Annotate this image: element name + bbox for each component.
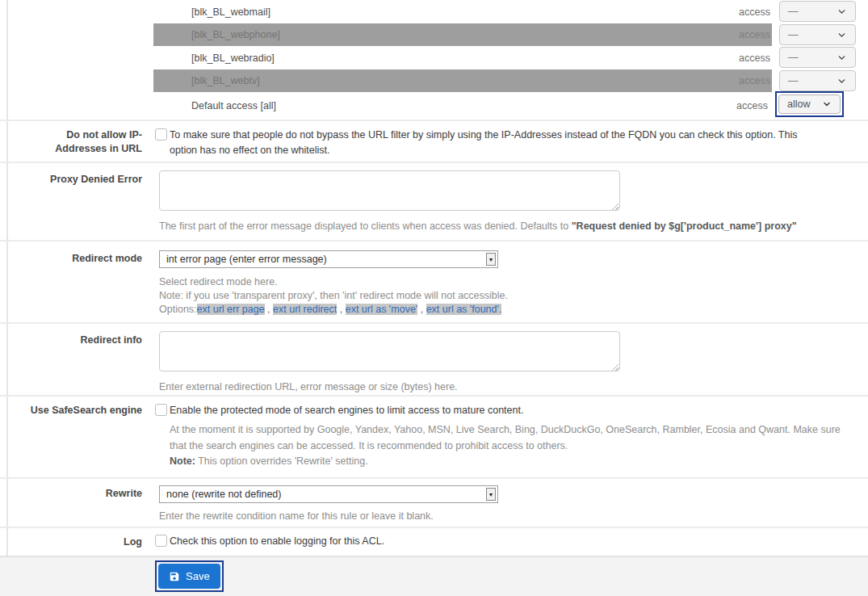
access-dropdown-webmail[interactable]: — xyxy=(779,1,856,22)
rule-label: [blk_BL_webmail] xyxy=(191,6,270,18)
section-rewrite: Rewrite none (rewrite not defined) ▼ Ent… xyxy=(0,477,868,527)
access-row-webphone: [blk_BL_webphone] access — xyxy=(0,23,868,46)
option-separator: , xyxy=(337,304,345,315)
field-label-proxy-denied-error: Proxy Denied Error xyxy=(0,163,142,240)
field-label-log: Log xyxy=(0,528,142,556)
option-separator: , xyxy=(417,304,426,315)
access-row-webradio: [blk_BL_webradio] access — xyxy=(0,46,868,69)
proxy-denied-error-textarea[interactable] xyxy=(159,170,620,211)
section-log: Log Check this option to enable logging … xyxy=(0,527,868,556)
field-label-safesearch: Use SafeSearch engine xyxy=(0,397,142,477)
redirect-mode-options-line: Options:ext url err page , ext url redir… xyxy=(159,303,868,317)
field-label-redirect-info: Redirect info xyxy=(0,324,142,395)
chevron-down-icon xyxy=(837,6,847,17)
field-label-rewrite: Rewrite xyxy=(0,479,142,527)
access-dropdown-webtv[interactable]: — xyxy=(779,70,856,91)
access-dropdown-webradio[interactable]: — xyxy=(779,47,856,68)
safesearch-note: Note: This option overrides 'Rewrite' se… xyxy=(170,454,868,470)
log-checkbox[interactable] xyxy=(155,535,167,547)
access-dropdown-value: — xyxy=(788,29,799,40)
section-redirect-info: Redirect info Enter external redirection… xyxy=(0,322,868,395)
field-label-redirect-mode: Redirect mode xyxy=(0,241,142,322)
option-link-ext-url-err-page[interactable]: ext url err page xyxy=(197,304,265,315)
rewrite-select[interactable]: none (rewrite not defined) ▼ xyxy=(159,485,498,503)
field-label-line2: Addresses in URL xyxy=(0,142,142,156)
access-dropdown-value: allow xyxy=(787,99,811,110)
note-text: This option overrides 'Rewrite' setting. xyxy=(195,455,368,467)
field-label-line1: Do not allow IP- xyxy=(0,128,142,142)
redirect-info-textarea[interactable] xyxy=(159,331,620,371)
chevron-down-icon xyxy=(837,52,847,63)
hint-default-value: "Request denied by $g['product_name'] pr… xyxy=(572,220,797,232)
proxy-denied-error-hint: The first part of the error message disp… xyxy=(159,220,868,233)
access-dropdown-value: — xyxy=(788,6,799,17)
option-link-ext-url-as-found[interactable]: ext url as 'found'. xyxy=(426,304,502,315)
option-separator: , xyxy=(265,304,273,315)
ip-url-checkbox[interactable] xyxy=(155,128,167,141)
redirect-info-hint: Enter external redirection URL, error me… xyxy=(159,380,868,394)
select-arrow-icon: ▼ xyxy=(486,253,496,266)
default-access-dropdown[interactable]: allow xyxy=(778,94,841,114)
redirect-mode-selected-value: int error page (enter error message) xyxy=(166,254,327,265)
section-redirect-mode: Redirect mode int error page (enter erro… xyxy=(0,240,868,322)
safesearch-checkbox[interactable] xyxy=(155,404,167,416)
log-description: Check this option to enable logging for … xyxy=(170,534,384,549)
access-label: access xyxy=(739,52,770,64)
redirect-mode-hint2: Note: if you use 'transparent proxy', th… xyxy=(159,289,868,303)
note-label: Note: xyxy=(170,455,195,467)
chevron-down-icon xyxy=(822,99,832,109)
url-filter-acl-settings-page: [blk_BL_webmail] access — [blk_BL_webpho… xyxy=(0,0,868,596)
section-safesearch: Use SafeSearch engine Enable the protect… xyxy=(0,395,868,477)
access-row-default: Default access [all] access allow xyxy=(0,92,868,120)
save-button-label: Save xyxy=(186,570,210,582)
access-label: access xyxy=(739,75,770,86)
access-dropdown-value: — xyxy=(788,75,799,86)
section-proxy-denied-error: Proxy Denied Error The first part of the… xyxy=(0,162,868,240)
rule-label: [blk_BL_webphone] xyxy=(191,29,280,40)
options-label: Options: xyxy=(159,304,197,315)
access-label: access xyxy=(739,29,770,40)
access-row-webmail: [blk_BL_webmail] access — xyxy=(0,0,868,23)
redirect-mode-select[interactable]: int error page (enter error message) ▼ xyxy=(159,250,498,268)
access-label: access xyxy=(736,100,768,111)
select-arrow-icon: ▼ xyxy=(486,488,496,501)
access-rules-list: [blk_BL_webmail] access — [blk_BL_webpho… xyxy=(0,0,868,120)
redirect-mode-hint1: Select redirect mode here. xyxy=(159,275,868,289)
rule-label: [blk_BL_webtv] xyxy=(191,75,260,86)
hint-text: The first part of the error message disp… xyxy=(159,220,572,232)
safesearch-description: Enable the protected mode of search engi… xyxy=(170,403,523,418)
chevron-down-icon xyxy=(837,76,847,86)
option-link-ext-url-redirect[interactable]: ext url redirect xyxy=(273,304,337,315)
ip-url-description: To make sure that people do not bypass t… xyxy=(170,128,825,158)
save-button[interactable]: Save xyxy=(158,564,220,589)
access-label: access xyxy=(739,6,770,18)
save-icon xyxy=(169,571,180,582)
save-button-focus-outline: Save xyxy=(155,560,224,592)
access-dropdown-webphone[interactable]: — xyxy=(779,24,856,45)
focused-dropdown-outline: allow xyxy=(775,91,844,117)
rule-label: Default access [all] xyxy=(191,100,276,111)
rewrite-hint: Enter the rewrite condition name for thi… xyxy=(159,510,868,523)
access-row-webtv: [blk_BL_webtv] access — xyxy=(0,69,868,92)
option-link-ext-url-as-move[interactable]: ext url as 'move' xyxy=(346,304,418,315)
safesearch-hint: At the moment it is supported by Google,… xyxy=(170,422,844,454)
field-label-ip-url: Do not allow IP- Addresses in URL xyxy=(0,121,142,162)
section-ip-url: Do not allow IP- Addresses in URL To mak… xyxy=(0,120,868,162)
footer-bar: Save xyxy=(0,556,868,596)
chevron-down-icon xyxy=(837,30,847,40)
rule-label: [blk_BL_webradio] xyxy=(191,52,275,64)
rewrite-selected-value: none (rewrite not defined) xyxy=(166,489,281,500)
access-dropdown-value: — xyxy=(788,52,799,63)
